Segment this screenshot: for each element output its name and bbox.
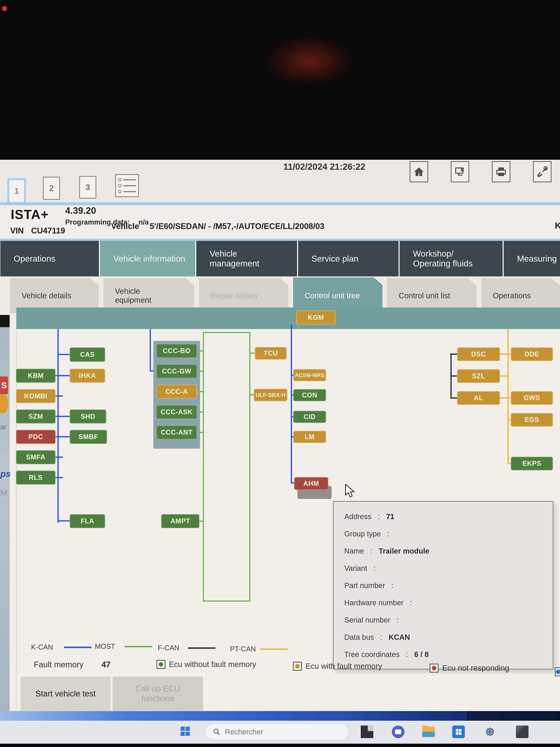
printer-icon[interactable] <box>492 161 510 182</box>
tree-node-smbf[interactable]: SMBF <box>70 430 107 444</box>
tree-node-dde[interactable]: DDE <box>511 347 553 361</box>
window-bottom-shade <box>467 711 560 721</box>
programming-data-value: n/a <box>138 218 149 226</box>
bus-tick <box>55 457 63 458</box>
photo-app-icon[interactable] <box>516 725 529 738</box>
bus-tick <box>499 375 508 377</box>
page-tab-3[interactable]: 3 <box>79 176 96 199</box>
ptcan-bus-line <box>507 329 509 464</box>
tree-node-kombi[interactable]: KOMBI <box>16 389 56 403</box>
bus-legend-swatch <box>125 646 152 647</box>
power-led <box>2 6 7 11</box>
tab-operations[interactable]: Operations <box>0 241 99 277</box>
bus-tick <box>199 521 204 522</box>
wrench-icon[interactable] <box>533 161 552 182</box>
tree-node-ihka[interactable]: IHKA <box>70 369 105 383</box>
tree-node-cas[interactable]: CAS <box>70 347 105 362</box>
tab-vehicle-management[interactable]: Vehicle management <box>196 241 297 277</box>
desktop-text-fragment: M <box>0 488 7 497</box>
tree-node-shd[interactable]: SHD <box>70 409 106 423</box>
folder-icon[interactable] <box>422 725 435 738</box>
store-icon[interactable] <box>452 725 465 738</box>
bus-tick <box>450 375 457 377</box>
status-legend-box <box>157 660 165 669</box>
clipped-edge-letter: K <box>555 221 560 231</box>
kcan-bus-line <box>291 325 292 484</box>
tooltip-row: Data bus:KCAN <box>344 633 553 650</box>
page-tab-2[interactable]: 2 <box>43 177 60 200</box>
tree-node-ccc-ask[interactable]: CCC-ASK <box>156 405 197 419</box>
tree-node-ampt[interactable]: AMPT <box>161 514 199 528</box>
taskbar-search[interactable] <box>205 724 349 740</box>
gear-icon[interactable]: ⚙ <box>484 725 496 738</box>
header-divider <box>0 202 560 205</box>
tree-node-gws[interactable]: GWS <box>511 391 553 405</box>
tree-node-pdc[interactable]: PDC <box>16 430 56 444</box>
tooltip-row: Serial number: <box>344 616 553 633</box>
app-dark-icon[interactable] <box>361 725 373 738</box>
photo-of-ista-screen: 1 2 3 11/02/2024 21:26:22 ISTA+ 4.39.20 … <box>0 0 560 747</box>
bus-legend-label: K-CAN <box>31 643 53 651</box>
list-row <box>118 178 136 181</box>
tree-node-rls[interactable]: RLS <box>16 470 56 485</box>
vehicle-row-divider <box>0 239 560 241</box>
tree-node-kbm[interactable]: KBM <box>16 369 56 383</box>
search-input[interactable] <box>224 727 321 736</box>
bus-legend-swatch <box>260 648 288 650</box>
desktop-edge-strip: S ar ps M <box>0 315 10 711</box>
bus-legend-swatch <box>188 647 216 649</box>
session-list-icon[interactable] <box>115 174 139 197</box>
tree-node-egs[interactable]: EGS <box>511 413 553 427</box>
tree-node-acsm-mrs[interactable]: ACSM-MRS <box>293 369 326 381</box>
zoom-icon[interactable] <box>392 725 404 738</box>
tree-node-cid[interactable]: CID <box>293 411 326 423</box>
tab-measuring[interactable]: Measuring <box>504 241 560 277</box>
tab-workshop-operating-fluids[interactable]: Workshop/ Operating fluids <box>400 241 503 277</box>
tree-node-smfa[interactable]: SMFA <box>16 450 56 464</box>
tree-node-ahm[interactable]: AHM <box>294 477 328 490</box>
tree-node-kgm[interactable]: KGM <box>296 310 336 325</box>
home-icon[interactable] <box>410 161 428 182</box>
tree-node-ccc-a[interactable]: CCC-A <box>156 385 197 399</box>
tree-node-ccc-ant[interactable]: CCC-ANT <box>156 426 197 439</box>
tree-node-fla[interactable]: FLA <box>70 514 105 528</box>
tree-node-szm[interactable]: SZM <box>16 409 56 423</box>
kcan-bus-line <box>57 329 59 523</box>
windows-start-button[interactable] <box>181 727 190 736</box>
tree-node-con[interactable]: CON <box>293 389 326 401</box>
bus-legend-label: PT-CAN <box>230 645 256 653</box>
primary-tab-bar: OperationsVehicle informationVehicle man… <box>0 241 560 277</box>
screen-reflection-glow <box>250 28 369 95</box>
desktop-icon-fragment: S <box>0 377 8 394</box>
clipped-legend-box <box>555 667 560 676</box>
vin-value: CU47119 <box>31 226 65 235</box>
tree-node-lm[interactable]: LM <box>293 431 326 443</box>
page-tab-1[interactable]: 1 <box>7 178 26 204</box>
status-legend-label: Ecu without fault memory <box>169 660 256 669</box>
tree-node-ulf-sbx-h[interactable]: ULF-SBX-H <box>254 389 287 401</box>
tree-node-tcu[interactable]: TCU <box>255 347 287 360</box>
tree-node-ccc-gw[interactable]: CCC-GW <box>156 364 197 378</box>
start-vehicle-test-button[interactable]: Start vehicle test <box>21 677 110 711</box>
bus-tick <box>58 520 71 521</box>
desktop-text-fragment: ar <box>0 423 6 431</box>
call-up-ecu-functions-button[interactable]: Call up ECU functions <box>113 677 203 711</box>
window-close-icon[interactable] <box>451 161 469 182</box>
window-header-bar: 1 2 3 <box>0 160 560 203</box>
datetime: 11/02/2024 21:26:22 <box>283 161 398 172</box>
fault-memory-label: Fault memory <box>34 660 83 669</box>
tab-service-plan[interactable]: Service plan <box>298 241 399 277</box>
list-row <box>118 184 136 187</box>
tree-node-ccc-bo[interactable]: CCC-BO <box>156 344 197 358</box>
desktop-icon-fragment: ps <box>0 469 11 479</box>
tree-node-dsc[interactable]: DSC <box>457 347 500 361</box>
tooltip-row: Group type: <box>344 530 553 547</box>
tree-node-szl[interactable]: SZL <box>457 369 500 383</box>
tooltip-row: Name:Trailer module <box>344 547 553 564</box>
status-legend-box <box>293 662 302 671</box>
tree-node-al[interactable]: AL <box>457 391 500 405</box>
tree-node-ekps[interactable]: EKPS <box>511 457 553 470</box>
status-legend-box <box>430 664 438 672</box>
vehicle-descriptor: 5'/E60/SEDAN/ - /M57,-/AUTO/ECE/LL/2008/… <box>150 222 324 231</box>
tab-vehicle-information[interactable]: Vehicle information <box>100 241 195 277</box>
